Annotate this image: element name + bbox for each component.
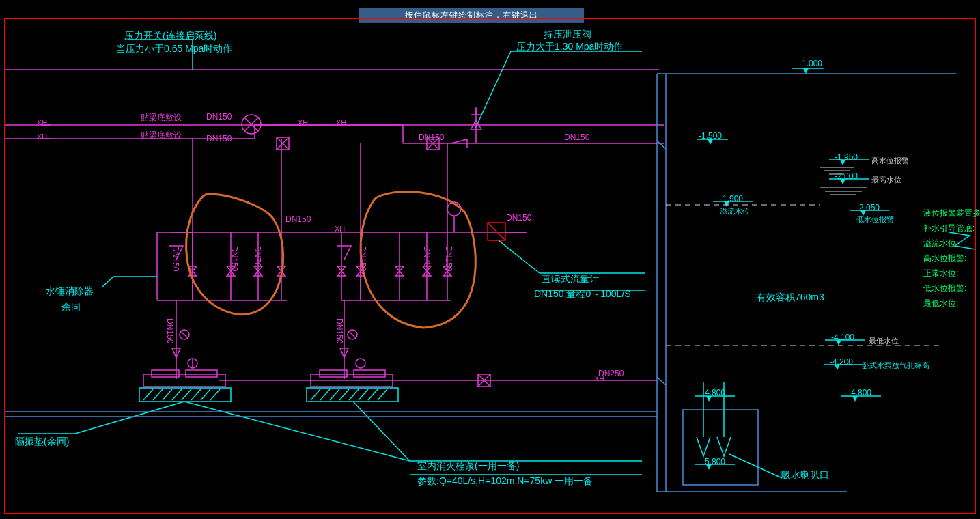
note-hi-alarm: 高水位报警 <box>871 156 909 166</box>
svg-line-73 <box>368 389 378 400</box>
svg-line-65 <box>210 389 220 400</box>
pipe-dn150-g: DN150 <box>506 213 531 223</box>
level-4800a: -4.800 <box>702 388 725 397</box>
level-2000: -2.000 <box>835 171 858 181</box>
param-1: 补水引导管底: <box>923 223 975 234</box>
label-pump-1: 室内消火栓泵(一用一备) <box>417 460 519 473</box>
svg-line-99 <box>657 377 666 385</box>
svg-line-52 <box>349 331 356 338</box>
svg-line-59 <box>153 389 163 400</box>
svg-line-67 <box>311 389 320 400</box>
svg-line-81 <box>475 51 511 128</box>
svg-line-63 <box>191 389 201 400</box>
label-suction: 吸水喇叭口 <box>781 469 829 481</box>
note-max: 最高水位 <box>871 175 901 185</box>
xh-mark: XH <box>594 374 604 382</box>
param-4: 正常水位: <box>923 268 958 279</box>
param-5: 低水位报警: <box>923 283 966 294</box>
svg-line-61 <box>172 389 182 400</box>
svg-line-70 <box>339 389 349 400</box>
diagram-canvas <box>0 0 980 519</box>
label-pressure-switch-1: 压力开关(连接启泵线) <box>124 30 216 42</box>
level-2050: -2.050 <box>856 203 880 212</box>
svg-line-45 <box>181 331 188 338</box>
svg-line-98 <box>657 141 666 149</box>
svg-line-69 <box>330 389 339 400</box>
pipe-dn150-v4: DN150 <box>444 246 453 271</box>
level-4800b: -4.800 <box>848 388 871 397</box>
svg-line-58 <box>143 389 153 400</box>
svg-rect-49 <box>152 370 179 377</box>
svg-line-88 <box>75 402 184 434</box>
svg-rect-0 <box>5 18 975 514</box>
svg-line-74 <box>378 389 387 400</box>
svg-line-71 <box>349 389 359 400</box>
pipe-dn70-a: DN70 <box>253 246 262 267</box>
svg-line-38 <box>488 223 505 240</box>
label-flowmeter-2: DN150,量程0～100L/S <box>534 288 631 300</box>
level-1500: -1.500 <box>699 131 722 141</box>
label-beam-2: 贴梁底敷设 <box>141 130 182 141</box>
svg-line-72 <box>359 389 368 400</box>
label-hammer-1: 水锤消除器 <box>46 285 94 298</box>
xh-mark: XH <box>336 118 346 126</box>
note-low-alarm: 低水位报警 <box>856 214 894 225</box>
label-flowmeter-1: 直读式流量计 <box>542 273 599 285</box>
svg-line-133 <box>729 454 782 478</box>
pipe-dn150-a: DN150 <box>206 112 232 122</box>
param-3: 高水位报警: <box>923 253 966 264</box>
pipe-dn150-e: DN150 <box>285 214 311 224</box>
svg-line-90 <box>353 402 410 461</box>
level-1900: -1.900 <box>720 194 743 204</box>
note-vent: 卧式水泵放气孔标高 <box>862 361 929 371</box>
param-6: 最低水位: <box>923 298 958 309</box>
level-1000: -1.000 <box>799 59 822 68</box>
svg-line-85 <box>499 240 540 273</box>
pipe-dn150-v6: DN150 <box>335 318 344 343</box>
svg-rect-50 <box>186 370 217 377</box>
level-4200: -4.200 <box>830 357 853 367</box>
xh-mark: XH <box>298 118 308 126</box>
svg-line-84 <box>102 277 113 287</box>
svg-line-68 <box>320 389 330 400</box>
svg-line-91 <box>184 402 410 461</box>
pipe-dn150-v5: DN150 <box>165 318 175 343</box>
pipe-dn150-b: DN150 <box>206 134 232 143</box>
svg-rect-55 <box>320 370 347 377</box>
label-volume: 有效容积760m3 <box>757 292 824 304</box>
note-overflow: 溢流水位 <box>720 206 750 216</box>
svg-rect-48 <box>143 374 225 387</box>
note-min: 最低水位 <box>869 336 899 346</box>
label-hammer-2: 余同 <box>61 301 81 313</box>
label-relief-valve-1: 持压泄压阀 <box>544 29 591 41</box>
label-beam-1: 贴梁底敷设 <box>141 112 182 124</box>
svg-rect-56 <box>354 370 385 377</box>
pipe-dn70-b: DN70 <box>422 246 432 267</box>
xh-mark: XH <box>335 225 345 233</box>
label-relief-valve-2: 压力大于1.30 Mpa时动作 <box>516 41 623 53</box>
label-pad: 隔振垫(余同) <box>15 436 69 448</box>
svg-point-53 <box>356 359 365 368</box>
param-2: 溢流水位: <box>923 238 958 249</box>
xh-mark: XH <box>37 118 47 126</box>
pipe-dn150-d: DN150 <box>564 132 589 142</box>
label-pressure-switch-2: 当压力小于0.65 Mpa时动作 <box>116 43 232 55</box>
level-1950: -1.950 <box>835 152 858 162</box>
svg-marker-101 <box>803 68 809 74</box>
level-5800: -5.800 <box>702 457 725 466</box>
pipe-dn150-c: DN150 <box>419 132 444 142</box>
xh-mark: XH <box>37 132 47 141</box>
svg-line-60 <box>163 389 172 400</box>
pipe-dn150-v1: DN150 <box>171 246 180 271</box>
level-4100: -4.100 <box>831 333 854 342</box>
pipe-dn150-v2: DN150 <box>229 246 239 271</box>
label-pump-2: 参数:Q=40L/s,H=102m,N=75kw 一用一备 <box>417 475 593 488</box>
svg-line-64 <box>201 389 210 400</box>
param-title: 液位报警装置参数: <box>923 208 980 219</box>
pipe-dn150-v3: DN150 <box>358 246 367 271</box>
svg-line-62 <box>182 389 191 400</box>
